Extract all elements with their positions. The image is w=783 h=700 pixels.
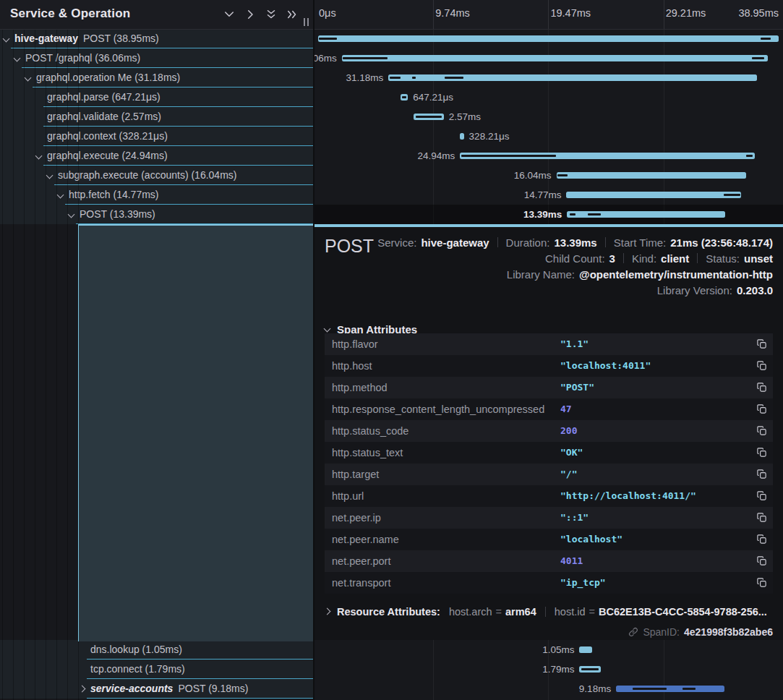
copy-icon[interactable] (756, 360, 767, 372)
attribute-row: http.status_text"OK" (325, 442, 773, 464)
child-span-mark (445, 77, 463, 79)
attribute-row: net.peer.name"localhost" (325, 529, 773, 550)
copy-icon[interactable] (756, 469, 767, 480)
span-tree-row[interactable]: dns.lookup (1.05ms) (0, 640, 313, 660)
span-timeline-row: 9.18ms (315, 679, 783, 699)
meta-key: Library Version: (657, 284, 732, 296)
attribute-value: "POST" (560, 377, 594, 398)
indent-guide (24, 29, 25, 700)
copy-icon[interactable] (756, 534, 767, 545)
expand-one-level-icon[interactable] (244, 8, 257, 21)
chevron-right-icon[interactable] (79, 686, 86, 693)
chevron-down-icon (324, 325, 331, 333)
copy-icon[interactable] (756, 555, 767, 567)
span-duration-bar[interactable] (460, 133, 463, 140)
span-duration-bar[interactable] (579, 666, 600, 673)
span-id-row: SpanID: 4e21998f3b82abe6 (628, 625, 773, 639)
meta-key: Start Time: (614, 236, 667, 249)
attribute-key: http.flavor (332, 333, 378, 355)
attribute-row: http.url"http://localhost:4011/" (325, 485, 773, 507)
span-duration-bar[interactable] (414, 114, 444, 120)
span-duration-bar[interactable] (616, 686, 724, 692)
meta-value: unset (744, 252, 773, 265)
span-duration-label: 2.57ms (449, 107, 481, 127)
span-tree-row[interactable]: graphql.operation Me (31.18ms) (0, 68, 313, 88)
link-icon[interactable] (628, 627, 638, 637)
meta-value: @opentelemetry/instrumentation-http (579, 268, 773, 281)
span-name-label: graphql.parse (647.21μs) (47, 88, 161, 107)
chevron-down-icon[interactable] (25, 74, 32, 82)
span-duration-bar[interactable] (401, 94, 408, 101)
meta-key: Status: (706, 252, 740, 265)
attribute-row: http.target"/" (325, 464, 773, 485)
span-duration-label: 1.79ms (542, 660, 574, 679)
ruler-separator (548, 0, 549, 29)
attribute-key: net.peer.ip (332, 507, 381, 529)
span-tree-row[interactable]: graphql.validate (2.57ms) (0, 107, 313, 127)
child-span-mark (461, 155, 556, 157)
chevron-down-icon[interactable] (57, 192, 64, 199)
span-duration-bar[interactable] (318, 35, 779, 42)
resource-attributes-row[interactable]: Resource Attributes:host.arch=arm64host.… (325, 605, 767, 620)
chevron-down-icon[interactable] (35, 153, 43, 160)
expand-all-icon[interactable] (286, 8, 299, 21)
panel-resize-grip-icon[interactable] (304, 18, 309, 26)
span-duration-label: 328.21μs (469, 127, 510, 146)
copy-icon[interactable] (756, 447, 767, 458)
span-duration-bar[interactable] (557, 172, 746, 179)
chevron-down-icon[interactable] (46, 172, 54, 179)
span-duration-bar[interactable] (460, 153, 755, 159)
attribute-value: "localhost" (560, 529, 622, 550)
copy-icon[interactable] (756, 338, 767, 350)
attribute-row: http.flavor"1.1" (325, 333, 773, 355)
span-duration-label: 31.18ms (346, 68, 384, 88)
span-duration-bar[interactable] (579, 646, 591, 653)
tree-timeline-divider[interactable] (313, 0, 315, 700)
span-tree-row[interactable]: POST /graphql (36.06ms) (0, 48, 313, 68)
copy-icon[interactable] (756, 490, 767, 502)
span-duration-bar[interactable] (566, 192, 741, 198)
copy-icon[interactable] (756, 404, 767, 415)
attribute-value: "OK" (560, 442, 583, 464)
span-tree-row[interactable]: service-accountsPOST (9.18ms) (0, 679, 313, 699)
child-span-mark (390, 77, 401, 79)
copy-icon[interactable] (756, 382, 767, 393)
span-tree-row[interactable]: hive-gatewayPOST (38.95ms) (0, 29, 313, 48)
span-duration-bar[interactable] (342, 55, 769, 61)
attribute-value: "/" (560, 464, 577, 485)
child-span-mark (683, 688, 696, 690)
copy-icon[interactable] (756, 577, 767, 589)
span-duration-bar[interactable] (567, 211, 725, 218)
span-tree-row[interactable]: graphql.execute (24.94ms) (0, 146, 313, 166)
copy-icon[interactable] (756, 512, 767, 524)
span-detail-meta: Service:hive-gatewayDuration:13.39msStar… (377, 234, 773, 298)
copy-icon[interactable] (756, 425, 767, 437)
span-name-label: tcp.connect (1.79ms) (90, 660, 185, 679)
span-duration-bar[interactable] (388, 74, 757, 81)
span-detail-panel: POST Service:hive-gatewayDuration:13.39m… (315, 224, 783, 640)
span-timeline-row: 14.77ms (315, 185, 783, 205)
chevron-down-icon[interactable] (68, 211, 75, 218)
span-duration-label: 1.05ms (542, 640, 574, 660)
chevron-down-icon[interactable] (14, 55, 21, 62)
chevron-down-icon[interactable] (3, 35, 10, 43)
collapse-one-level-icon[interactable] (223, 8, 236, 21)
span-tree-row[interactable]: tcp.connect (1.79ms) (0, 660, 313, 679)
collapse-all-icon[interactable] (265, 8, 278, 21)
attribute-value: 200 (560, 420, 577, 442)
span-tree-row[interactable]: graphql.context (328.21μs) (0, 127, 313, 146)
indent-guide (56, 29, 57, 700)
child-span-mark (752, 57, 763, 59)
attribute-row: http.response_content_length_uncompresse… (325, 398, 773, 420)
span-tree-row[interactable]: POST (13.39ms) (0, 205, 313, 224)
span-tree-row[interactable]: graphql.parse (647.21μs) (0, 88, 313, 107)
meta-value: client (661, 252, 689, 265)
resource-attribute: host.arch=arm64 (449, 606, 536, 618)
span-id-value: 4e21998f3b82abe6 (684, 626, 773, 638)
attribute-key: net.peer.port (332, 550, 390, 572)
span-name-label: graphql.validate (2.57ms) (47, 107, 161, 127)
span-tree-row[interactable]: subgraph.execute (accounts) (16.04ms) (0, 166, 313, 185)
span-tree-row[interactable]: http.fetch (14.77ms) (0, 185, 313, 205)
span-name-label: http.fetch (14.77ms) (69, 185, 159, 205)
attribute-key: http.url (332, 485, 364, 507)
